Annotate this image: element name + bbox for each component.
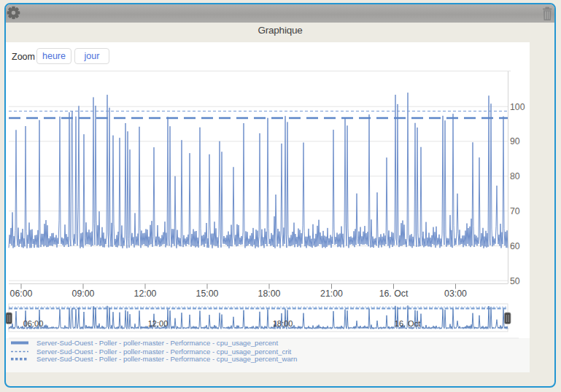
svg-text:70: 70 <box>510 206 520 216</box>
svg-text:09:00: 09:00 <box>72 289 95 299</box>
svg-text:16. Oct: 16. Oct <box>379 289 409 299</box>
svg-text:60: 60 <box>510 241 520 251</box>
svg-text:15:00: 15:00 <box>196 289 219 299</box>
svg-text:12:00: 12:00 <box>148 319 169 328</box>
svg-text:12:00: 12:00 <box>134 289 157 299</box>
svg-text:Server-Sud-Ouest - Poller - po: Server-Sud-Ouest - Poller - poller-maste… <box>36 339 278 347</box>
svg-text:06:00: 06:00 <box>23 319 44 328</box>
svg-text:18:00: 18:00 <box>258 289 281 299</box>
svg-text:06:00: 06:00 <box>10 289 33 299</box>
svg-text:80: 80 <box>510 171 520 181</box>
svg-text:100: 100 <box>510 102 525 112</box>
svg-text:18:00: 18:00 <box>273 319 293 328</box>
svg-text:03:00: 03:00 <box>444 289 467 299</box>
svg-text:50: 50 <box>510 276 520 286</box>
svg-text:16. Oct: 16. Oct <box>395 319 420 328</box>
svg-text:21:00: 21:00 <box>320 289 343 299</box>
svg-text:Server-Sud-Ouest - Poller - po: Server-Sud-Ouest - Poller - poller-maste… <box>36 355 297 363</box>
svg-text:90: 90 <box>510 136 520 146</box>
